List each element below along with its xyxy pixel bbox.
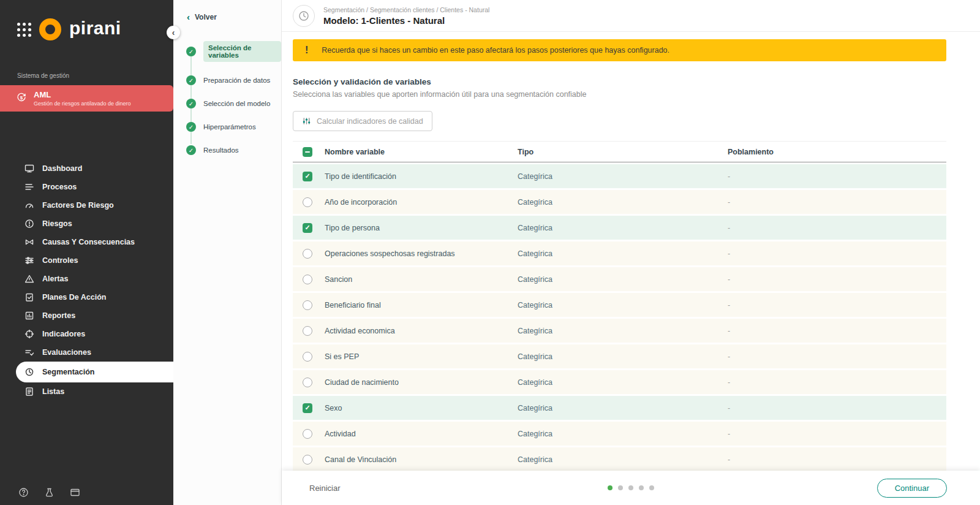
calc-quality-label: Calcular indicadores de calidad (317, 117, 423, 126)
help-icon[interactable] (18, 487, 29, 498)
checklist-icon (24, 347, 34, 357)
back-link[interactable]: ‹ Volver (173, 0, 217, 21)
sidebar-item-dashboard[interactable]: Dashboard (0, 159, 173, 178)
page-header: Segmentación / Segmentación clientes / C… (282, 0, 980, 32)
gauge-icon (24, 200, 34, 210)
sidebar-item-label: Evaluaciones (42, 348, 91, 357)
variable-poblamiento: - (728, 275, 946, 284)
monitor-icon (24, 164, 34, 173)
step-hiperparametros[interactable]: ✓ Hiperparámetros (173, 122, 281, 132)
table-row[interactable]: Tipo de persona Categírica - (293, 216, 946, 240)
table-row[interactable]: Beneficiario final Categírica - (293, 293, 946, 317)
breadcrumb[interactable]: Segmentación / Segmentación clientes / C… (323, 6, 489, 13)
sidebar-item-label: Alertas (42, 275, 68, 283)
row-checkbox[interactable] (303, 403, 312, 413)
step-preparacion-de-datos[interactable]: ✓ Preparación de datos (173, 75, 281, 85)
sidebar-item-listas[interactable]: Listas (0, 382, 173, 401)
bowtie-icon (24, 237, 34, 247)
bar-chart-icon (24, 311, 34, 321)
row-checkbox[interactable] (303, 300, 312, 310)
row-checkbox[interactable] (303, 275, 312, 284)
calc-quality-button[interactable]: Calcular indicadores de calidad (293, 111, 432, 131)
main-area: Segmentación / Segmentación clientes / C… (282, 0, 980, 505)
page-dot[interactable] (649, 485, 654, 490)
process-lines-icon (24, 182, 34, 192)
row-checkbox[interactable] (303, 326, 312, 336)
step-resultados[interactable]: ✓ Resultados (173, 145, 281, 155)
equalizer-icon (302, 116, 311, 126)
continue-button[interactable]: Continuar (877, 479, 947, 498)
table-row[interactable]: Canal de Vinculación Categírica - (293, 447, 946, 471)
variable-type: Categírica (518, 378, 728, 387)
collapse-sidebar-button[interactable]: ‹ (167, 26, 180, 39)
variable-name: Actividad (325, 430, 518, 438)
sidebar-item-label: Riesgos (42, 219, 72, 228)
sidebar-item-controles[interactable]: Controles (0, 251, 173, 270)
sidebar-item-factores-de-riesgo[interactable]: Factores De Riesgo (0, 196, 173, 215)
page-dot[interactable] (639, 485, 644, 490)
sidebar-item-reportes[interactable]: Reportes (0, 306, 173, 325)
variable-type: Categírica (518, 249, 728, 258)
lab-flask-icon[interactable] (44, 487, 55, 498)
sidebar-item-alertas[interactable]: Alertas (0, 270, 173, 288)
table-row[interactable]: Sexo Categírica - (293, 396, 946, 420)
table-row[interactable]: Año de incorporación Categírica - (293, 190, 946, 214)
aml-module-card[interactable]: $ AML Gestión de riesgos antilavado de d… (0, 85, 173, 112)
sidebar-item-evaluaciones[interactable]: Evaluaciones (0, 343, 173, 362)
table-row[interactable]: Ciudad de nacimiento Categírica - (293, 370, 946, 394)
variable-name: Canal de Vinculación (325, 455, 518, 464)
sidebar-item-riesgos[interactable]: Riesgos (0, 215, 173, 233)
table-row[interactable]: Actividad Categírica - (293, 422, 946, 446)
step-seleccion-del-modelo[interactable]: ✓ Selección del modelo (173, 99, 281, 108)
sidebar-item-causas-y-consecuencias[interactable]: Causas Y Consecuencias (0, 233, 173, 251)
page-dot[interactable] (608, 485, 612, 490)
sidebar-item-planes-de-accion[interactable]: Planes De Acción (0, 288, 173, 306)
sidebar-item-label: Factores De Riesgo (42, 201, 114, 210)
alert-triangle-icon (24, 274, 34, 284)
reset-button[interactable]: Reiniciar (309, 484, 341, 493)
sidebar-item-label: Planes De Acción (42, 293, 106, 302)
variable-name: Sexo (325, 404, 518, 412)
select-all-checkbox[interactable] (303, 147, 312, 157)
row-checkbox[interactable] (303, 455, 312, 465)
row-checkbox[interactable] (303, 249, 312, 259)
row-checkbox[interactable] (303, 352, 312, 362)
table-row[interactable]: Tipo de identificación Categírica - (293, 164, 946, 188)
table-header-row: Nombre variable Tipo Poblamiento (293, 141, 946, 162)
step-check-icon: ✓ (186, 122, 196, 132)
page-dot[interactable] (618, 485, 623, 490)
variable-poblamiento: - (728, 378, 946, 387)
page-title-value: 1-Clientes - Natural (361, 15, 445, 26)
footer-bar: Reiniciar Continuar (282, 471, 980, 505)
step-check-icon: ✓ (186, 47, 196, 56)
sidebar-item-procesos[interactable]: Procesos (0, 178, 173, 196)
row-checkbox[interactable] (303, 223, 312, 233)
variable-name: Actividad economica (325, 327, 518, 335)
step-seleccion-de-variables[interactable]: ✓ Selección de variables (173, 41, 281, 62)
table-row[interactable]: Operaciones sospechosas registradas Cate… (293, 241, 946, 265)
table-row[interactable]: Si es PEP Categírica - (293, 344, 946, 368)
alert-circle-icon (24, 219, 34, 229)
table-body: Tipo de identificación Categírica - Año … (293, 164, 946, 471)
row-checkbox[interactable] (303, 378, 312, 387)
clock-pie-icon (24, 367, 34, 377)
row-checkbox[interactable] (303, 172, 312, 181)
chevron-left-icon: ‹ (187, 12, 190, 21)
browser-window-icon[interactable] (70, 487, 80, 498)
table-row[interactable]: Actividad economica Categírica - (293, 319, 946, 343)
variable-type: Categírica (518, 352, 728, 361)
page-dot[interactable] (628, 485, 633, 490)
variable-name: Sancion (325, 275, 518, 284)
step-check-icon: ✓ (186, 99, 196, 108)
variable-type: Categírica (518, 430, 728, 438)
row-checkbox[interactable] (303, 197, 312, 207)
table-row[interactable]: Sancion Categírica - (293, 267, 946, 291)
column-nombre-variable: Nombre variable (325, 148, 518, 156)
sidebar-item-label: Causas Y Consecuencias (42, 238, 135, 246)
sidebar-item-indicadores[interactable]: Indicadores (0, 325, 173, 343)
sidebar-item-segmentacion[interactable]: Segmentación (16, 362, 173, 382)
apps-grid-icon[interactable] (17, 23, 31, 37)
row-checkbox[interactable] (303, 429, 312, 439)
stepper: ✓ Selección de variables ✓ Preparación d… (173, 41, 281, 155)
variable-type: Categírica (518, 301, 728, 309)
